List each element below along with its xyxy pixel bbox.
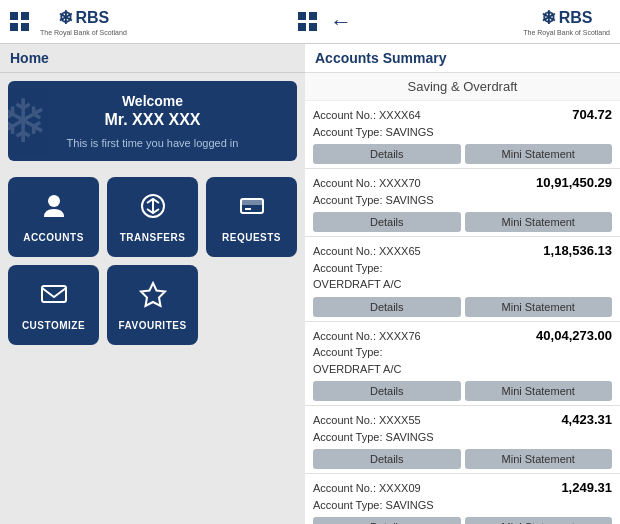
left-panel-header: Home: [0, 44, 305, 73]
rbs-snowflake-right: ❄: [541, 7, 556, 29]
nav-item-transfers[interactable]: TRANSFERS: [107, 177, 198, 257]
svg-marker-7: [141, 283, 165, 306]
details-button[interactable]: Details: [313, 381, 461, 401]
section-title: Saving & Overdraft: [305, 73, 620, 101]
mini-statement-button[interactable]: Mini Statement: [465, 517, 613, 524]
account-type: Account Type: SAVINGS: [313, 431, 434, 443]
rbs-text-right: RBS: [559, 9, 593, 27]
grid-icon-left[interactable]: [10, 12, 30, 32]
nav-item-favourites[interactable]: FAVOURITES: [107, 265, 198, 345]
account-balance: 704.72: [572, 107, 612, 122]
account-number: Account No.: XXXX55: [313, 414, 421, 426]
account-info-row: Account No.: XXXX76 Account Type:OVERDRA…: [313, 328, 612, 378]
details-button[interactable]: Details: [313, 212, 461, 232]
mini-statement-button[interactable]: Mini Statement: [465, 381, 613, 401]
account-type: Account Type:OVERDRAFT A/C: [313, 262, 401, 291]
welcome-name: Mr. XXX XXX: [20, 111, 285, 129]
account-actions: Details Mini Statement: [313, 212, 612, 232]
account-row: Account No.: XXXX64 Account Type: SAVING…: [305, 101, 620, 169]
nav-center: ←: [298, 9, 352, 35]
account-number: Account No.: XXXX76: [313, 330, 421, 342]
mini-statement-button[interactable]: Mini Statement: [465, 144, 613, 164]
nav-icon-grid-top: ACCOUNTS TRANSFERS: [0, 169, 305, 265]
top-nav: ❄ RBS The Royal Bank of Scotland ← ❄ RBS…: [0, 0, 620, 44]
account-row: Account No.: XXXX70 Account Type: SAVING…: [305, 169, 620, 237]
accounts-scroll[interactable]: Saving & Overdraft Account No.: XXXX64 A…: [305, 73, 620, 524]
welcome-title: Welcome: [20, 93, 285, 109]
rbs-snowflake-left: ❄: [58, 7, 73, 29]
account-row: Account No.: XXXX55 Account Type: SAVING…: [305, 406, 620, 474]
account-info: Account No.: XXXX70 Account Type: SAVING…: [313, 175, 434, 208]
account-row: Account No.: XXXX09 Account Type: SAVING…: [305, 474, 620, 524]
account-actions: Details Mini Statement: [313, 449, 612, 469]
svg-point-0: [48, 195, 60, 207]
right-panel-header: Accounts Summary: [305, 44, 620, 73]
details-button[interactable]: Details: [313, 449, 461, 469]
account-number: Account No.: XXXX65: [313, 245, 421, 257]
account-balance: 10,91,450.29: [536, 175, 612, 190]
account-row: Account No.: XXXX76 Account Type:OVERDRA…: [305, 322, 620, 407]
account-type: Account Type: SAVINGS: [313, 499, 434, 511]
favourites-label: FAVOURITES: [118, 320, 186, 331]
mini-statement-button[interactable]: Mini Statement: [465, 449, 613, 469]
account-balance: 4,423.31: [561, 412, 612, 427]
account-balance: 1,18,536.13: [543, 243, 612, 258]
accounts-icon: [39, 191, 69, 228]
nav-left: ❄ RBS The Royal Bank of Scotland: [10, 7, 127, 36]
account-actions: Details Mini Statement: [313, 144, 612, 164]
account-info-row: Account No.: XXXX64 Account Type: SAVING…: [313, 107, 612, 140]
accounts-container: Account No.: XXXX64 Account Type: SAVING…: [305, 101, 620, 524]
favourites-icon: [138, 279, 168, 316]
account-info-row: Account No.: XXXX70 Account Type: SAVING…: [313, 175, 612, 208]
details-button[interactable]: Details: [313, 144, 461, 164]
account-actions: Details Mini Statement: [313, 381, 612, 401]
welcome-banner: ❄ Welcome Mr. XXX XXX This is first time…: [8, 81, 297, 161]
account-balance: 40,04,273.00: [536, 328, 612, 343]
requests-label: REQUESTS: [222, 232, 281, 243]
account-actions: Details Mini Statement: [313, 517, 612, 524]
account-number: Account No.: XXXX70: [313, 177, 421, 189]
nav-item-requests[interactable]: REQUESTS: [206, 177, 297, 257]
transfers-label: TRANSFERS: [120, 232, 186, 243]
back-button[interactable]: ←: [330, 9, 352, 35]
accounts-label: ACCOUNTS: [23, 232, 84, 243]
account-type: Account Type: SAVINGS: [313, 194, 434, 206]
details-button[interactable]: Details: [313, 517, 461, 524]
account-info-row: Account No.: XXXX09 Account Type: SAVING…: [313, 480, 612, 513]
welcome-subtitle: This is first time you have logged in: [20, 137, 285, 149]
account-info: Account No.: XXXX76 Account Type:OVERDRA…: [313, 328, 421, 378]
rbs-logo-right: ❄ RBS The Royal Bank of Scotland: [523, 7, 610, 36]
account-balance: 1,249.31: [561, 480, 612, 495]
account-type: Account Type: SAVINGS: [313, 126, 434, 138]
nav-item-accounts[interactable]: ACCOUNTS: [8, 177, 99, 257]
account-number: Account No.: XXXX64: [313, 109, 421, 121]
customize-label: CUSTOMIZE: [22, 320, 85, 331]
account-info-row: Account No.: XXXX55 Account Type: SAVING…: [313, 412, 612, 445]
mini-statement-button[interactable]: Mini Statement: [465, 212, 613, 232]
account-actions: Details Mini Statement: [313, 297, 612, 317]
rbs-subtext-left: The Royal Bank of Scotland: [40, 29, 127, 36]
rbs-logo-left: ❄ RBS The Royal Bank of Scotland: [40, 7, 127, 36]
svg-rect-6: [42, 286, 66, 302]
account-info-row: Account No.: XXXX65 Account Type:OVERDRA…: [313, 243, 612, 293]
account-info: Account No.: XXXX64 Account Type: SAVING…: [313, 107, 434, 140]
details-button[interactable]: Details: [313, 297, 461, 317]
welcome-bg-icon: ❄: [8, 86, 48, 156]
rbs-subtext-right: The Royal Bank of Scotland: [523, 29, 610, 36]
empty-slot: [206, 265, 297, 345]
nav-right: ❄ RBS The Royal Bank of Scotland: [523, 7, 610, 36]
nav-item-customize[interactable]: CUSTOMIZE: [8, 265, 99, 345]
transfers-icon: [138, 191, 168, 228]
customize-icon: [39, 279, 69, 316]
grid-icon-center[interactable]: [298, 12, 318, 32]
svg-rect-4: [241, 199, 263, 205]
account-type: Account Type:OVERDRAFT A/C: [313, 346, 401, 375]
account-number: Account No.: XXXX09: [313, 482, 421, 494]
account-info: Account No.: XXXX09 Account Type: SAVING…: [313, 480, 434, 513]
account-info: Account No.: XXXX55 Account Type: SAVING…: [313, 412, 434, 445]
right-panel: Accounts Summary Saving & Overdraft Acco…: [305, 44, 620, 524]
mini-statement-button[interactable]: Mini Statement: [465, 297, 613, 317]
account-info: Account No.: XXXX65 Account Type:OVERDRA…: [313, 243, 421, 293]
left-panel: Home ❄ Welcome Mr. XXX XXX This is first…: [0, 44, 305, 524]
account-row: Account No.: XXXX65 Account Type:OVERDRA…: [305, 237, 620, 322]
